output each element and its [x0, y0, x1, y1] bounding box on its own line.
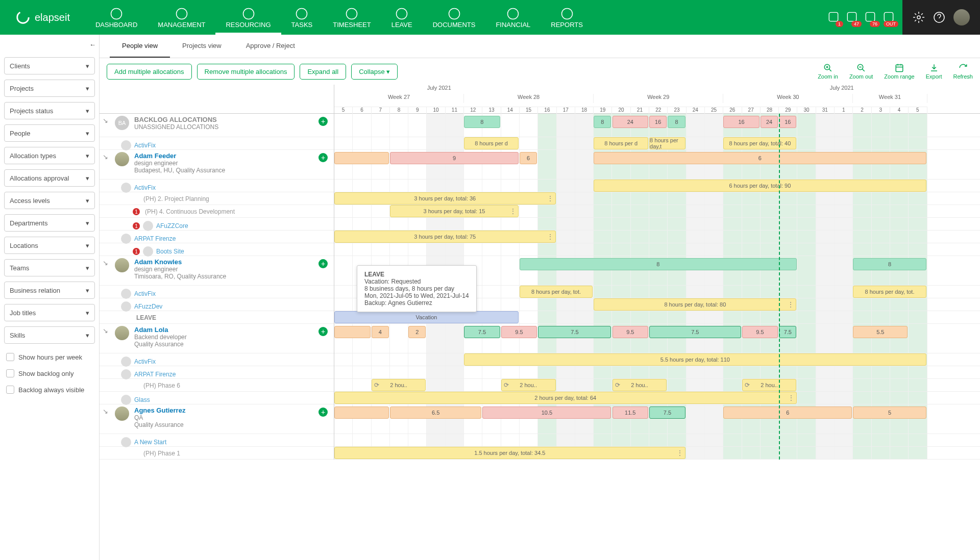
project-link[interactable]: Glass [134, 396, 150, 403]
filter-departments[interactable]: Departments▾ [4, 214, 95, 232]
more-icon[interactable]: ⋮ [788, 394, 794, 401]
nav-resourcing[interactable]: RESOURCING [215, 0, 281, 35]
filter-clients[interactable]: Clients▾ [4, 57, 95, 74]
filter-projects-status[interactable]: Projects status▾ [4, 102, 95, 119]
more-icon[interactable]: ⋮ [788, 301, 794, 308]
expand-toggle[interactable]: ↘ [103, 327, 110, 335]
check-show-hours-per-week[interactable]: Show hours per week [4, 349, 95, 365]
allocation-bar[interactable]: 9.5 [501, 326, 537, 338]
allocation-bar[interactable]: 3 hours per day, total: 36⋮ [334, 192, 556, 205]
allocation-bar[interactable]: 8 hours per day, total: 40 [723, 137, 796, 149]
project-link[interactable]: ActivFix [134, 184, 156, 191]
allocation-bar[interactable]: 16 [649, 116, 667, 128]
add-button[interactable]: + [318, 153, 328, 162]
allocation-bar[interactable]: 3 hours per day, total: 75⋮ [334, 231, 556, 243]
allocation-bar[interactable]: 4 [372, 326, 389, 338]
allocation-bar[interactable]: 8 [668, 116, 685, 128]
gear-icon[interactable] [913, 11, 925, 23]
help-icon[interactable] [933, 11, 945, 23]
nav-dashboard[interactable]: DASHBOARD [85, 0, 148, 35]
nav-documents[interactable]: DOCUMENTS [423, 0, 486, 35]
expand-toggle[interactable]: ↘ [103, 259, 110, 267]
allocation-bar[interactable]: 3 hours per day, total: 15⋮ [390, 205, 519, 217]
logo[interactable]: elapseit [0, 0, 85, 35]
allocation-bar[interactable]: ⟳2 hou.. [742, 379, 797, 391]
collapse-button[interactable]: Collapse ▾ [351, 64, 398, 80]
check-show-backlog-only[interactable]: Show backlog only [4, 365, 95, 381]
expand-toggle[interactable]: ↘ [103, 117, 110, 124]
filter-access-levels[interactable]: Access levels▾ [4, 192, 95, 209]
person-name[interactable]: Adam Knowles [134, 258, 226, 266]
add-button[interactable]: + [318, 259, 328, 268]
allocation-bar[interactable] [334, 406, 389, 419]
allocation-bar[interactable]: 6 [723, 406, 852, 419]
allocation-bar[interactable] [334, 326, 371, 338]
nav-tasks[interactable]: TASKS [281, 0, 323, 35]
zoom-out-button[interactable]: Zoom out [849, 63, 873, 80]
allocation-bar[interactable]: 2 [408, 326, 426, 338]
allocation-bar[interactable]: 5.5 [853, 326, 908, 338]
tab-projects-view[interactable]: Projects view [170, 35, 234, 58]
nav-timesheet[interactable]: TIMESHEET [323, 0, 381, 35]
filter-projects[interactable]: Projects▾ [4, 80, 95, 97]
allocation-bar[interactable]: 11.5 [612, 406, 649, 419]
allocation-bar[interactable]: 8 [464, 116, 500, 128]
allocation-bar[interactable]: ⟳2 hou.. [612, 379, 667, 391]
add-button[interactable]: + [318, 408, 328, 417]
alert-badge[interactable]: 1 [133, 248, 140, 255]
filter-job-titles[interactable]: Job titles▾ [4, 304, 95, 321]
allocation-bar[interactable]: 16 [779, 116, 796, 128]
project-link[interactable]: Boots Site [156, 248, 184, 255]
allocation-bar[interactable]: 8 [520, 258, 797, 270]
remove-allocations-button[interactable]: Remove multiple allocations [197, 64, 295, 80]
project-link[interactable]: ActivFix [134, 290, 156, 297]
add-allocations-button[interactable]: Add multiple allocations [107, 64, 192, 80]
expand-toggle[interactable]: ↘ [103, 408, 110, 415]
add-button[interactable]: + [318, 117, 328, 126]
hourglass-badge[interactable]: OUT [882, 10, 895, 25]
nav-management[interactable]: MANAGEMENT [148, 0, 215, 35]
allocation-bar[interactable]: 8 hours per d [464, 137, 519, 149]
filter-locations[interactable]: Locations▾ [4, 237, 95, 254]
tab-people-view[interactable]: People view [110, 35, 170, 58]
allocation-bar[interactable]: 7.5 [464, 326, 500, 338]
allocation-bar[interactable]: 7.5 [538, 326, 611, 338]
allocation-bar[interactable]: 5.5 hours per day, total: 110 [464, 353, 926, 366]
project-link[interactable]: ARPAT Firenze [134, 371, 176, 378]
allocation-bar[interactable]: 24 [612, 116, 649, 128]
add-button[interactable]: + [318, 327, 328, 336]
allocation-bar[interactable]: 2 hours per day, total: 64⋮ [334, 392, 797, 404]
more-icon[interactable]: ⋮ [547, 195, 553, 202]
project-link[interactable]: ARPAT Firenze [134, 235, 176, 242]
zoom-in-button[interactable]: Zoom in [818, 63, 838, 80]
refresh-button[interactable]: Refresh [953, 63, 973, 80]
allocation-bar[interactable]: 5 [853, 406, 926, 419]
expand-toggle[interactable]: ↘ [103, 153, 110, 161]
allocation-bar[interactable]: 9.5 [742, 326, 778, 338]
allocation-bar[interactable]: 7.5 [649, 326, 741, 338]
allocation-bar[interactable]: 8 hours per d [594, 137, 648, 149]
allocation-bar[interactable]: 8 [853, 258, 926, 270]
project-link[interactable]: ActivFix [134, 142, 156, 149]
allocation-bar[interactable]: 24 [761, 116, 778, 128]
person-name[interactable]: Adam Lola [134, 326, 187, 334]
filter-people[interactable]: People▾ [4, 124, 95, 142]
more-icon[interactable]: ⋮ [547, 233, 553, 240]
project-link[interactable]: AFuZZCore [156, 222, 188, 230]
allocation-bar[interactable]: Vacation [334, 311, 519, 323]
more-icon[interactable]: ⋮ [510, 208, 516, 215]
project-link[interactable]: AFuzzDev [134, 303, 162, 310]
allocation-bar[interactable]: 8 [594, 116, 611, 128]
filter-skills[interactable]: Skills▾ [4, 326, 95, 344]
allocation-bar[interactable]: 6 [520, 152, 537, 164]
filter-teams[interactable]: Teams▾ [4, 259, 95, 276]
allocation-bar[interactable]: 9.5 [612, 326, 649, 338]
expand-all-button[interactable]: Expand all [300, 64, 346, 80]
person-name[interactable]: Agnes Gutierrez [134, 406, 185, 414]
zoom-range-button[interactable]: Zoom range [884, 63, 914, 80]
alert-badge[interactable]: 1 [133, 208, 140, 215]
allocation-bar[interactable]: 6 hours per day, total: 90 [594, 180, 926, 192]
nav-financial[interactable]: FINANCIAL [485, 0, 541, 35]
allocation-bar[interactable]: 7.5 [779, 326, 796, 338]
nav-reports[interactable]: REPORTS [541, 0, 593, 35]
